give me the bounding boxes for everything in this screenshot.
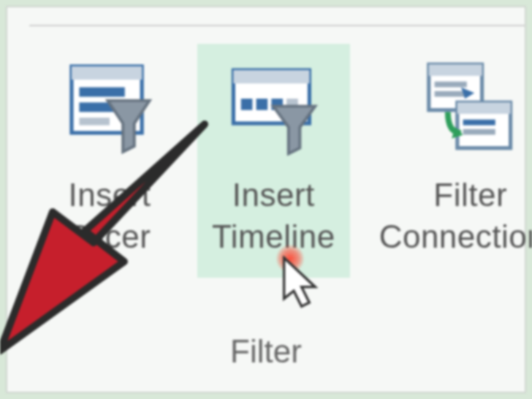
svg-rect-7	[241, 99, 253, 110]
svg-rect-8	[256, 99, 268, 110]
timeline-icon	[218, 57, 328, 159]
svg-rect-12	[428, 64, 482, 76]
ribbon-group-label: Filter	[7, 333, 525, 370]
insert-timeline-button[interactable]: Insert Timeline	[197, 44, 350, 278]
slicer-icon	[55, 57, 164, 159]
svg-rect-1	[72, 66, 142, 80]
filter-connections-label: Filter Connections	[379, 174, 532, 257]
ribbon-filter-group: Insert Slicer Insert Timel	[6, 6, 526, 393]
svg-rect-14	[434, 91, 466, 97]
svg-rect-16	[457, 102, 510, 114]
insert-slicer-button[interactable]: Insert Slicer	[37, 44, 183, 278]
divider	[29, 25, 525, 26]
insert-timeline-label: Insert Timeline	[212, 174, 335, 257]
svg-rect-17	[463, 120, 495, 126]
svg-rect-13	[434, 82, 466, 88]
filter-connections-button[interactable]: Filter Connections	[365, 44, 532, 278]
filter-connections-icon	[416, 57, 525, 159]
svg-rect-18	[463, 129, 495, 135]
svg-rect-2	[79, 87, 124, 96]
insert-slicer-label: Insert Slicer	[68, 174, 151, 257]
ribbon-buttons-row: Insert Slicer Insert Timel	[37, 44, 532, 278]
svg-rect-4	[79, 118, 110, 125]
svg-rect-6	[234, 70, 310, 83]
